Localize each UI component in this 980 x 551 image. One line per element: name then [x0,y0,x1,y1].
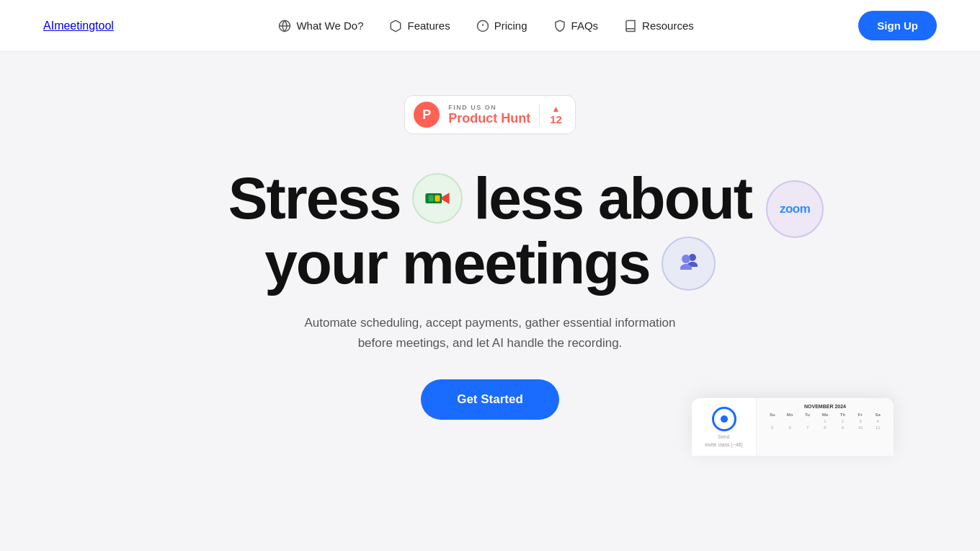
headline-line1: Stress less about zoom [228,166,752,231]
headline-stress: Stress [228,166,401,231]
nav-label-faqs: FAQs [571,19,599,32]
dashboard-preview: Send invite class (~46) NOVEMBER 2024 Su… [692,398,894,456]
cal-day-sa: Sa [870,412,886,418]
nav-label-pricing: Pricing [494,19,527,32]
nav-item-faqs[interactable]: FAQs [553,19,599,32]
navbar: AImeetingtool What We Do? Features Prici… [0,0,980,52]
nav-links: What We Do? Features Pricing FAQs Re [278,19,693,32]
nav-item-what-we-do[interactable]: What We Do? [278,19,363,32]
dashboard-calendar-grid: Su Mo Tu We Th Fr Sa 1 2 3 4 5 6 7 8 9 1… [764,412,886,431]
zoom-bubble: zoom [766,180,824,238]
hero-subtext: Automate scheduling, accept payments, ga… [303,313,677,353]
headline-less-about: less about [474,166,752,231]
nav-label-resources: Resources [642,19,694,32]
hero-headline: Stress less about zoom your me [228,166,752,296]
shield-icon [553,19,566,32]
product-hunt-icon: P [414,102,440,128]
cal-day-we: We [816,412,833,418]
svg-rect-7 [428,195,433,202]
logo-rest: meetingtool [54,19,114,32]
dashboard-right-panel: NOVEMBER 2024 Su Mo Tu We Th Fr Sa 1 2 3… [757,398,894,456]
product-hunt-badge[interactable]: P FIND US ON Product Hunt ▲ 12 [404,95,576,134]
nav-item-resources[interactable]: Resources [624,19,694,32]
nav-item-pricing[interactable]: Pricing [476,19,527,32]
cal-day-th: Th [834,412,851,418]
product-hunt-text: FIND US ON Product Hunt [448,104,530,126]
svg-point-10 [682,255,690,263]
cal-day-su: Su [764,412,780,418]
dashboard-calendar-header: NOVEMBER 2024 [764,404,886,409]
teams-bubble [662,237,716,291]
ph-find-label: FIND US ON [448,104,496,111]
cal-day-tu: Tu [799,412,816,418]
dashboard-circle [712,407,736,431]
google-meet-icon [422,183,453,213]
logo[interactable]: AImeetingtool [43,19,114,32]
logo-ai: AI [43,19,54,32]
dashboard-circle-inner [721,415,728,423]
tag-icon [476,19,489,32]
dashboard-left-panel: Send invite class (~46) [692,398,757,456]
zoom-icon-text: zoom [780,203,810,216]
dashboard-label: Send [718,434,729,439]
cal-day-mo: Mo [781,412,798,418]
signup-button[interactable]: Sign Up [858,11,937,40]
box-icon [389,19,402,32]
ph-triangle-icon: ▲ [552,105,561,113]
ph-vote-count: 12 [550,113,562,125]
hero-section: P FIND US ON Product Hunt ▲ 12 Stress [0,52,980,456]
headline-line2: your meetings [228,231,752,296]
nav-item-features[interactable]: Features [389,19,450,32]
globe-icon [278,19,291,32]
ph-name-label: Product Hunt [448,111,530,126]
teams-icon [674,249,703,278]
svg-rect-8 [435,195,440,202]
cal-day-fr: Fr [852,412,868,418]
get-started-button[interactable]: Get Started [421,379,559,420]
nav-label-features: Features [407,19,450,32]
nav-label-what-we-do: What We Do? [296,19,363,32]
google-meet-bubble [412,173,463,224]
dashboard-sublabel: invite class (~46) [705,442,743,447]
headline-your-meetings: your meetings [264,231,649,296]
ph-votes: ▲ 12 [539,105,562,125]
book-icon [624,19,637,32]
